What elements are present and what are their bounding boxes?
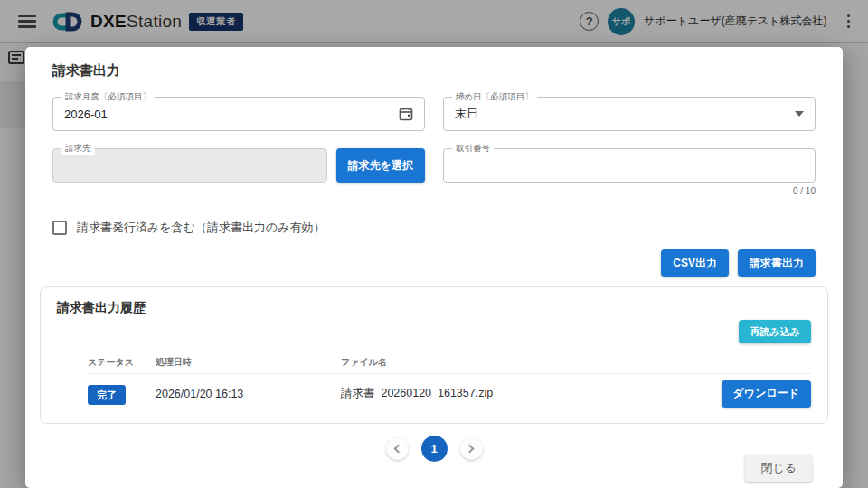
include-issued-label: 請求書発行済みを含む（請求書出力のみ有効） (77, 220, 326, 236)
history-title: 請求書出力履歴 (57, 300, 811, 316)
dialog-title: 請求書出力 (52, 62, 828, 80)
status-badge: 完了 (88, 385, 126, 405)
pagination: 1 (40, 436, 828, 462)
billing-to-label: 請求先 (61, 143, 95, 155)
invoice-output-dialog: 請求書出力 請求月度〔必須項目〕 2026-01 締め日〔必須項目〕 末日 (25, 47, 843, 488)
prev-page-button[interactable] (386, 437, 409, 460)
next-page-button[interactable] (460, 437, 483, 460)
include-issued-checkbox[interactable] (52, 221, 67, 235)
history-table: ステータス 処理日時 ファイル名 完了 2026/01/20 16:13 請求書… (88, 352, 811, 413)
calendar-icon[interactable] (399, 107, 413, 121)
chevron-right-icon (466, 445, 475, 454)
screen: DXEStation 収運業者 ? サポ サポートユーザ(産廃テスト株式会社) … (0, 0, 868, 488)
char-counter: 0 / 10 (443, 186, 816, 196)
chevron-down-icon (795, 111, 804, 117)
billing-month-field[interactable]: 請求月度〔必須項目〕 2026-01 (52, 97, 425, 131)
reload-button[interactable]: 再読み込み (739, 320, 811, 343)
table-row: 完了 2026/01/20 16:13 請求書_20260120_161357.… (88, 373, 811, 413)
select-billing-to-button[interactable]: 請求先を選択 (336, 148, 425, 183)
processed-at-cell: 2026/01/20 16:13 (156, 388, 341, 400)
current-page-button[interactable]: 1 (421, 436, 448, 462)
history-card: 請求書出力履歴 再読み込み ステータス 処理日時 ファイル名 完了 2026/0… (40, 286, 828, 424)
table-header-row: ステータス 処理日時 ファイル名 (88, 352, 811, 373)
transaction-number-input[interactable]: 取引番号 (443, 148, 816, 183)
closing-day-label: 締め日〔必須項目〕 (452, 91, 537, 103)
closing-day-value: 末日 (455, 106, 478, 122)
column-processed-at: 処理日時 (156, 356, 341, 369)
column-file-name: ファイル名 (341, 356, 712, 369)
column-status: ステータス (88, 356, 156, 369)
csv-output-button[interactable]: CSV出力 (661, 249, 729, 277)
billing-month-label: 請求月度〔必須項目〕 (61, 91, 155, 103)
billing-to-field: 請求先 (52, 148, 327, 183)
closing-day-select[interactable]: 締め日〔必須項目〕 末日 (443, 97, 816, 131)
billing-month-value: 2026-01 (64, 108, 108, 121)
close-button[interactable]: 閉じる (745, 455, 812, 482)
invoice-output-button[interactable]: 請求書出力 (738, 249, 816, 277)
chevron-left-icon (394, 445, 403, 454)
transaction-number-label: 取引番号 (452, 143, 494, 155)
download-button[interactable]: ダウンロード (722, 380, 811, 408)
file-name-cell: 請求書_20260120_161357.zip (341, 386, 712, 401)
